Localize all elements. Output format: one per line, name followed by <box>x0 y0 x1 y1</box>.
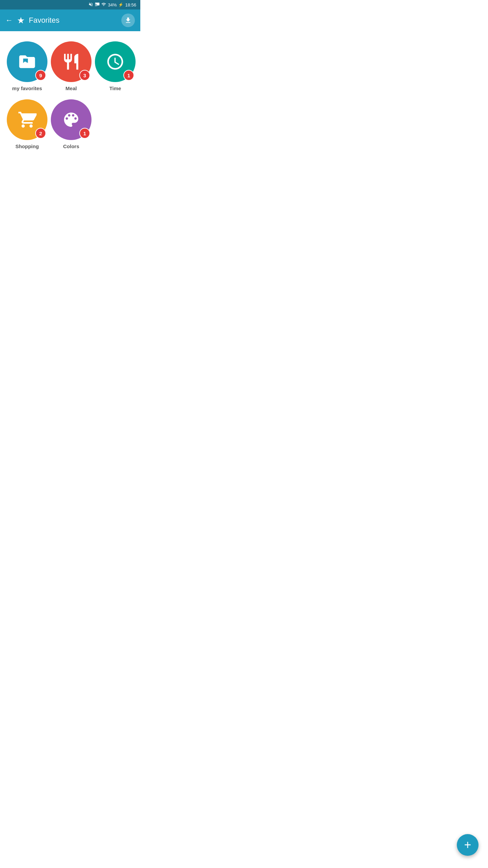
palette-icon <box>62 110 81 129</box>
category-item-meal[interactable]: 3 Meal <box>51 41 92 91</box>
badge-meal: 3 <box>79 70 90 81</box>
badge-colors: 1 <box>79 128 90 139</box>
star-folder-icon <box>18 52 37 71</box>
circle-wrapper-colors: 1 <box>51 99 92 140</box>
label-time: Time <box>109 85 121 91</box>
circle-wrapper-meal: 3 <box>51 41 92 82</box>
circle-wrapper-shopping: 2 <box>7 99 47 140</box>
status-bar: 34% ⚡ 18:56 <box>0 0 140 9</box>
back-button[interactable]: ← <box>5 16 13 25</box>
badge-shopping: 2 <box>35 128 46 139</box>
main-content: 9 my favorites 3 Meal <box>0 31 140 159</box>
category-item-time[interactable]: 1 Time <box>95 41 136 91</box>
battery-percentage: 34% <box>108 2 117 7</box>
cart-icon <box>18 110 37 129</box>
circle-wrapper-favorites: 9 <box>7 41 47 82</box>
page-title: Favorites <box>29 16 117 25</box>
category-grid-row2: 2 Shopping 1 Colors <box>7 99 134 149</box>
label-favorites: my favorites <box>12 85 42 91</box>
category-item-my-favorites[interactable]: 9 my favorites <box>7 41 47 91</box>
cast-icon <box>95 2 100 8</box>
download-button[interactable] <box>121 14 135 27</box>
app-bar: ← ★ Favorites <box>0 9 140 31</box>
category-item-shopping[interactable]: 2 Shopping <box>7 99 47 149</box>
time-display: 18:56 <box>125 2 136 7</box>
label-shopping: Shopping <box>15 143 39 149</box>
battery-icon: ⚡ <box>118 2 123 7</box>
signal-icon <box>101 2 106 8</box>
circle-wrapper-time: 1 <box>95 41 136 82</box>
badge-favorites: 9 <box>35 70 46 81</box>
category-grid-row1: 9 my favorites 3 Meal <box>7 41 134 91</box>
label-colors: Colors <box>63 143 79 149</box>
category-item-colors[interactable]: 1 Colors <box>51 99 92 149</box>
badge-time: 1 <box>123 70 134 81</box>
mute-icon <box>88 2 93 8</box>
label-meal: Meal <box>65 85 77 91</box>
star-icon: ★ <box>17 15 25 26</box>
download-icon <box>124 17 132 24</box>
utensils-icon <box>62 52 81 71</box>
clock-icon <box>106 52 125 71</box>
